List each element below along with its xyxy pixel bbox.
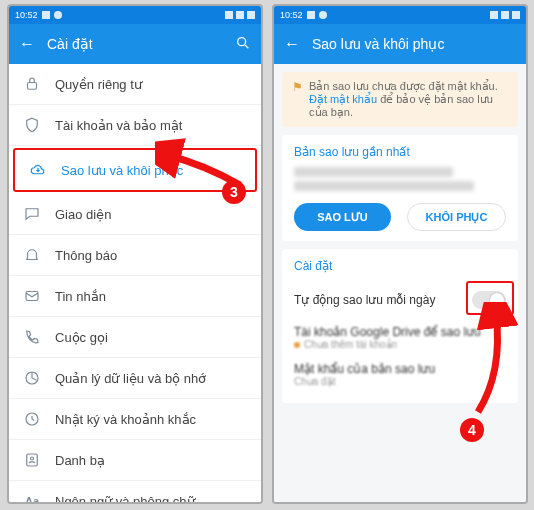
battery-icon [512,11,520,19]
shield-icon [23,116,41,134]
app-bar: ← Sao lưu và khôi phục [274,24,526,64]
row-messages[interactable]: Tin nhắn [9,276,261,317]
pw-title: Mật khẩu của bản sao lưu [294,362,506,376]
section-title: Cài đặt [294,259,506,273]
backup-button[interactable]: SAO LƯU [294,203,391,231]
password-row[interactable]: Mật khẩu của bản sao lưu Chưa đặt [294,356,506,393]
row-contacts[interactable]: Danh bạ [9,440,261,481]
status-icon [42,11,50,19]
gdrive-title: Tài khoản Google Drive để sao lưu [294,325,506,339]
phone-settings: 10:52 ← Cài đặt Quyền riêng tư Tài khoản… [7,4,263,504]
status-bar: 10:52 [274,6,526,24]
status-bar: 10:52 [9,6,261,24]
row-label: Cuộc gọi [55,330,108,345]
status-icon [54,11,62,19]
row-label: Quản lý dữ liệu và bộ nhớ [55,371,206,386]
signal-icon [501,11,509,19]
screen-title: Sao lưu và khôi phục [312,36,516,52]
step-badge-4: 4 [460,418,484,442]
svg-rect-3 [26,292,38,301]
settings-card: Cài đặt Tự động sao lưu mỗi ngày Tài kho… [282,249,518,403]
status-time: 10:52 [15,10,38,20]
warning-dot-icon [294,342,300,348]
screen-title: Cài đặt [47,36,223,52]
auto-backup-label: Tự động sao lưu mỗi ngày [294,293,435,307]
chat-icon [23,205,41,223]
svg-rect-2 [28,83,37,90]
row-interface[interactable]: Giao diện [9,194,261,235]
message-icon [23,287,41,305]
row-label: Nhật ký và khoảnh khắc [55,412,196,427]
row-calls[interactable]: Cuộc gọi [9,317,261,358]
status-icon [307,11,315,19]
row-label: Thông báo [55,248,117,263]
row-label: Giao diện [55,207,111,222]
section-title: Bản sao lưu gần nhất [294,145,506,159]
recent-backup-card: Bản sao lưu gần nhất SAO LƯU KHÔI PHỤC [282,135,518,241]
row-label: Tin nhắn [55,289,106,304]
row-data-storage[interactable]: Quản lý dữ liệu và bộ nhớ [9,358,261,399]
status-icon [319,11,327,19]
signal-icon [236,11,244,19]
wifi-icon [490,11,498,19]
warning-icon: ⚑ [292,80,303,119]
clock-icon [23,410,41,428]
pw-sub: Chưa đặt [294,376,506,387]
back-icon[interactable]: ← [19,35,35,53]
font-icon: Aa [23,492,41,504]
lock-icon [23,75,41,93]
cloud-icon [29,161,47,179]
chart-icon [23,369,41,387]
row-privacy[interactable]: Quyền riêng tư [9,64,261,105]
row-label: Danh bạ [55,453,105,468]
gdrive-row[interactable]: Tài khoản Google Drive để sao lưu Chưa t… [294,319,506,356]
phone-icon [23,328,41,346]
row-notifications[interactable]: Thông báo [9,235,261,276]
password-notice: ⚑ Bản sao lưu chưa được đặt mật khẩu. Đặ… [282,72,518,127]
row-account-security[interactable]: Tài khoản và bảo mật [9,105,261,146]
battery-icon [247,11,255,19]
backup-panel: ⚑ Bản sao lưu chưa được đặt mật khẩu. Đặ… [274,64,526,504]
back-icon[interactable]: ← [284,35,300,53]
settings-list: Quyền riêng tư Tài khoản và bảo mật Sao … [9,64,261,504]
svg-line-1 [245,45,248,48]
notice-link[interactable]: Đặt mật khẩu [309,93,377,105]
row-label: Tài khoản và bảo mật [55,118,182,133]
app-bar: ← Cài đặt [9,24,261,64]
gdrive-sub: Chưa thêm tài khoản [304,339,397,350]
svg-point-7 [31,457,34,460]
blurred-info [294,181,474,191]
step-badge-3: 3 [222,180,246,204]
notice-text: Bản sao lưu chưa được đặt mật khẩu. [309,80,498,92]
row-language[interactable]: Aa Ngôn ngữ và phông chữ [9,481,261,504]
bell-icon [23,246,41,264]
row-backup-restore[interactable]: Sao lưu và khôi phục [13,148,257,192]
status-time: 10:52 [280,10,303,20]
row-label: Sao lưu và khôi phục [61,163,183,178]
restore-button[interactable]: KHÔI PHỤC [407,203,506,231]
blurred-info [294,167,453,177]
contacts-icon [23,451,41,469]
search-icon[interactable] [235,35,251,54]
phone-backup: 10:52 ← Sao lưu và khôi phục ⚑ Bản sao l… [272,4,528,504]
row-label: Ngôn ngữ và phông chữ [55,494,195,505]
highlight-box [466,281,514,315]
svg-point-0 [238,37,246,45]
row-diary[interactable]: Nhật ký và khoảnh khắc [9,399,261,440]
wifi-icon [225,11,233,19]
row-label: Quyền riêng tư [55,77,142,92]
